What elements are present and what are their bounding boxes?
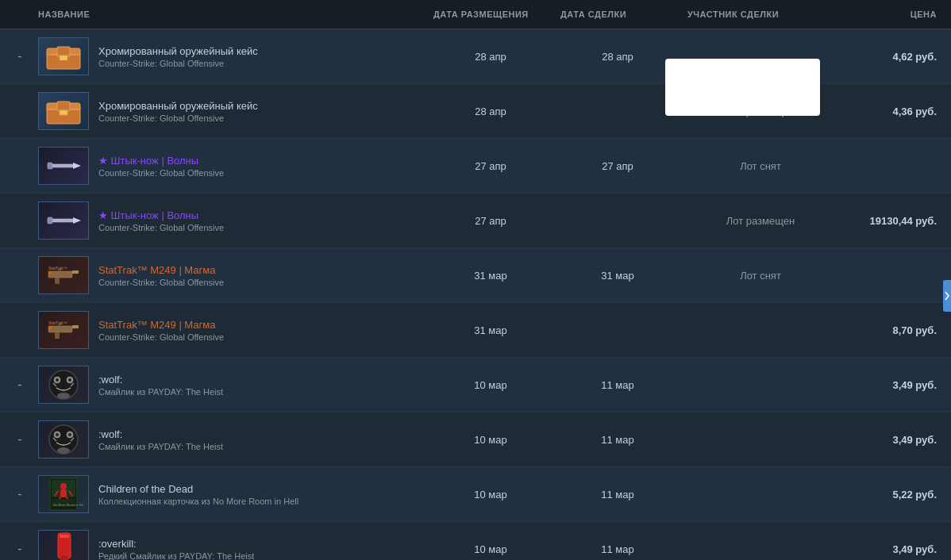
- header-col-checkbox: [8, 6, 32, 22]
- remove-button[interactable]: -: [8, 378, 32, 392]
- remove-button[interactable]: -: [8, 487, 32, 501]
- price: [840, 161, 943, 171]
- item-image: [38, 366, 89, 404]
- price: 4,36 руб.: [840, 101, 943, 122]
- item-cell: StatTrak™ StatTrak™ M249 | Магма Counter…: [32, 306, 427, 354]
- item-cell: ★ Штык-нож | Волны Counter-Strike: Globa…: [32, 142, 427, 190]
- item-cell: :overkill: Редкий Смайлик из PAYDAY: The…: [32, 525, 427, 560]
- header-col-date-deal: ДАТА СДЕЛКИ: [554, 6, 681, 22]
- table-row: ★ Штык-нож | Волны Counter-Strike: Globa…: [0, 139, 951, 194]
- item-image: [38, 530, 89, 560]
- svg-rect-24: [55, 332, 60, 339]
- participant-status: [681, 489, 840, 499]
- item-info: :wolf: Смайлик из PAYDAY: The Heist: [98, 428, 421, 451]
- date-deal: 28 апр: [554, 46, 681, 67]
- item-name: StatTrak™ M249 | Магма: [98, 264, 421, 276]
- svg-point-37: [56, 433, 59, 436]
- participant-status: Лот размещен: [681, 210, 840, 232]
- item-game: Коллекционная карточка из No More Room i…: [98, 497, 421, 506]
- date-placed: 28 апр: [427, 46, 554, 67]
- svg-rect-16: [48, 271, 72, 278]
- date-deal: [554, 106, 681, 116]
- svg-point-38: [68, 433, 71, 436]
- svg-point-39: [57, 447, 70, 454]
- price: 3,49 руб.: [840, 539, 943, 560]
- participant-status: [681, 435, 840, 444]
- table-row: - :wolf: Смайлик из PAYDAY: The Heist: [0, 412, 951, 467]
- svg-text:No More Room in Hell: No More Room in Hell: [53, 503, 83, 507]
- header-col-name: НАЗВАНИЕ: [32, 6, 427, 22]
- date-placed: 10 мар: [427, 429, 554, 451]
- item-cell: ★ Штык-нож | Волны Counter-Strike: Globa…: [32, 197, 427, 244]
- date-placed: 10 мар: [427, 539, 554, 560]
- participant-status: Лот снят: [681, 155, 840, 177]
- date-placed: 10 мар: [427, 374, 554, 396]
- item-cell: :wolf: Смайлик из PAYDAY: The Heist: [32, 361, 427, 408]
- item-game: Counter-Strike: Global Offensive: [98, 223, 421, 232]
- item-cell: Хромированный оружейный кейс Counter-Str…: [32, 87, 427, 135]
- date-deal: [554, 216, 681, 225]
- svg-point-31: [56, 378, 59, 382]
- item-name: Children of the Dead: [98, 483, 421, 495]
- svg-point-32: [68, 378, 71, 382]
- participant-status: [681, 544, 840, 554]
- item-cell: No More Room in Hell Children of the Dea…: [32, 470, 427, 518]
- date-deal: 11 мар: [554, 539, 681, 560]
- date-deal: 11 мар: [554, 484, 681, 505]
- svg-rect-23: [72, 325, 79, 328]
- table-row: - No More Room in Hell Child: [0, 467, 951, 522]
- date-deal: 11 мар: [554, 374, 681, 396]
- item-cell: StatTrak™ StatTrak™ M249 | Магма Counter…: [32, 251, 427, 299]
- remove-button[interactable]: -: [8, 542, 32, 556]
- price: 4,62 руб.: [840, 46, 943, 67]
- item-image: StatTrak™: [38, 256, 89, 294]
- date-deal: 31 мар: [554, 265, 681, 286]
- item-name: Хромированный оружейный кейс: [98, 100, 421, 112]
- item-image: [38, 37, 89, 75]
- table-header: НАЗВАНИЕ ДАТА РАЗМЕЩЕНИЯ ДАТА СДЕЛКИ УЧА…: [0, 0, 951, 29]
- item-info: StatTrak™ M249 | Магма Counter-Strike: G…: [98, 264, 421, 287]
- item-info: ★ Штык-нож | Волны Counter-Strike: Globa…: [98, 155, 421, 178]
- item-info: ★ Штык-нож | Волны Counter-Strike: Globa…: [98, 209, 421, 232]
- header-col-date-placed: ДАТА РАЗМЕЩЕНИЯ: [427, 6, 554, 22]
- participant-status: [681, 325, 840, 335]
- remove-button[interactable]: -: [8, 432, 32, 447]
- item-info: :wolf: Смайлик из PAYDAY: The Heist: [98, 374, 421, 397]
- price: 3,49 руб.: [840, 429, 943, 451]
- item-name: :wolf:: [98, 428, 421, 440]
- side-scroll-arrow[interactable]: [943, 280, 951, 312]
- table-row: - :overkill: Редкий Смайлик из PAYDAY: T…: [0, 522, 951, 560]
- item-image: StatTrak™: [38, 311, 89, 349]
- svg-rect-15: [48, 217, 52, 224]
- item-name: :overkill:: [98, 538, 421, 550]
- participant-status: Лот снят: [681, 265, 840, 286]
- item-game: Counter-Strike: Global Offensive: [98, 278, 421, 287]
- price: 8,70 руб.: [840, 320, 943, 341]
- date-deal: 27 апр: [554, 155, 681, 177]
- item-name: StatTrak™ M249 | Магма: [98, 319, 421, 331]
- item-game: Смайлик из PAYDAY: The Heist: [98, 442, 421, 451]
- svg-rect-20: [48, 271, 52, 274]
- item-name: Хромированный оружейный кейс: [98, 45, 421, 57]
- participant-status: [681, 380, 840, 389]
- item-image: [38, 420, 89, 458]
- item-game: Counter-Strike: Global Offensive: [98, 332, 421, 342]
- item-cell: Хромированный оружейный кейс Counter-Str…: [32, 33, 427, 80]
- svg-rect-51: [60, 535, 69, 538]
- item-info: Хромированный оружейный кейс Counter-Str…: [98, 45, 421, 68]
- svg-marker-14: [73, 217, 81, 224]
- date-placed: 27 апр: [427, 155, 554, 177]
- table-row: ★ Штык-нож | Волны Counter-Strike: Globa…: [0, 194, 951, 248]
- remove-button[interactable]: -: [8, 49, 32, 63]
- table-row: StatTrak™ StatTrak™ M249 | Магма Counter…: [0, 303, 951, 358]
- svg-rect-3: [60, 56, 67, 60]
- svg-rect-43: [60, 489, 67, 497]
- svg-point-42: [60, 483, 67, 489]
- item-image: [38, 147, 89, 185]
- svg-rect-8: [60, 110, 67, 115]
- price: 19130,44 руб.: [840, 210, 943, 232]
- svg-text:StatTrak™: StatTrak™: [48, 266, 67, 270]
- svg-rect-12: [48, 163, 52, 169]
- item-info: :overkill: Редкий Смайлик из PAYDAY: The…: [98, 538, 421, 561]
- item-image: No More Room in Hell: [38, 475, 89, 513]
